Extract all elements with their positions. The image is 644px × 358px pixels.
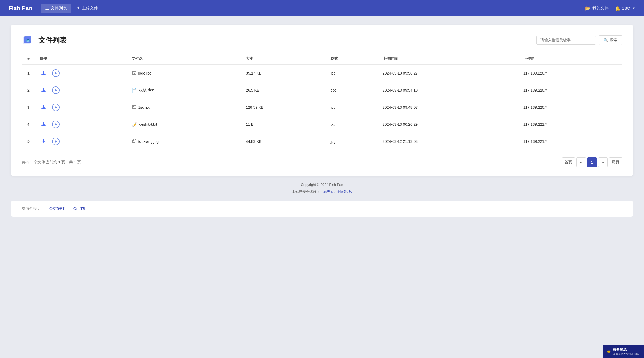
svg-marker-6: [55, 106, 57, 109]
table-row: 3 |: [22, 99, 622, 116]
cell-size: 44.83 KB: [241, 133, 326, 150]
pagination: 首页 « 1 » 尾页: [562, 157, 622, 167]
bell-icon: 🔔: [615, 6, 620, 11]
download-icon: [41, 139, 46, 144]
cell-index: 4: [22, 116, 35, 133]
svg-marker-8: [55, 140, 57, 143]
cell-index: 3: [22, 99, 35, 116]
cell-action: |: [35, 116, 127, 133]
cell-filename: 🖼 logo.jpg: [127, 65, 241, 82]
site-footer: Copyright © 2024 Fish Pan 本站已安全运行： 108天1…: [11, 176, 633, 198]
app-logo-icon: 🐟: [22, 34, 35, 47]
detail-button[interactable]: [52, 138, 60, 145]
card-title-area: 🐟 文件列表: [22, 34, 67, 47]
col-format: 格式: [326, 53, 378, 65]
upload-icon: ⬆: [77, 6, 80, 11]
page-first-button[interactable]: 首页: [562, 157, 575, 167]
play-icon: [54, 122, 58, 126]
download-button[interactable]: [40, 137, 48, 146]
svg-marker-4: [55, 72, 57, 75]
nav-my-files[interactable]: 📂 我的文件: [585, 5, 609, 11]
table-header-row: # 操作 文件名 大小 格式 上传时间 上传IP: [22, 53, 622, 65]
chevron-down-icon: ▼: [632, 7, 635, 10]
navbar: Fish Pan ☰ 文件列表 ⬆ 上传文件 📂 我的文件 🔔 1SO ▼: [0, 0, 644, 16]
cell-upload-ip: 117.139.221.*: [519, 116, 622, 133]
action-divider: |: [49, 88, 50, 93]
play-icon: [54, 105, 58, 109]
page-title: 文件列表: [38, 36, 67, 45]
download-icon: [41, 122, 46, 127]
table-footer: 共有 5 个文件 当前第 1 页，共 1 页 首页 « 1 » 尾页: [22, 157, 622, 167]
nav-my-files-label: 我的文件: [592, 6, 609, 11]
link-onetb[interactable]: OneTB: [73, 207, 85, 211]
file-type-icon: 🖼: [132, 105, 136, 110]
cell-filename: 📄 模板.doc: [127, 82, 241, 99]
detail-button[interactable]: [52, 69, 60, 77]
cell-format: jpg: [326, 99, 378, 116]
svg-marker-5: [55, 89, 57, 92]
nav-user-label: 1SO: [622, 6, 630, 11]
badge-logo-icon: ◈: [607, 349, 610, 354]
cell-upload-time: 2024-03-12 21:13:03: [378, 133, 519, 150]
list-icon: ☰: [45, 6, 49, 11]
page-last-button[interactable]: 尾页: [609, 157, 622, 167]
file-type-icon: 🖼: [132, 71, 136, 76]
cell-filename: 📝 ceshitxt.txt: [127, 116, 241, 133]
link-gpt[interactable]: 公益GPT: [49, 206, 65, 211]
detail-button[interactable]: [52, 104, 60, 111]
file-type-icon: 📝: [132, 122, 137, 127]
cell-format: txt: [326, 116, 378, 133]
detail-button[interactable]: [52, 86, 60, 94]
page-prev-button[interactable]: «: [576, 157, 586, 167]
cell-upload-ip: 117.139.220.*: [519, 65, 622, 82]
detail-button[interactable]: [52, 121, 60, 128]
nav-upload-label: 上传文件: [82, 6, 98, 11]
cell-format: jpg: [326, 65, 378, 82]
bottom-badge: ◈ 撸撸资源 白嫖互联网资源的网站: [603, 345, 644, 358]
col-filename: 文件名: [127, 53, 241, 65]
search-button[interactable]: 🔍 搜索: [599, 35, 622, 45]
nav-file-list[interactable]: ☰ 文件列表: [41, 4, 71, 13]
app-brand[interactable]: Fish Pan: [9, 5, 32, 11]
download-button[interactable]: [40, 120, 48, 128]
card-header: 🐟 文件列表 🔍 搜索: [22, 34, 622, 47]
play-icon: [54, 88, 58, 92]
nav-file-list-label: 文件列表: [51, 6, 67, 11]
cell-upload-ip: 117.139.220.*: [519, 82, 622, 99]
col-action: 操作: [35, 53, 127, 65]
search-input[interactable]: [536, 36, 596, 45]
card-icon: 🐟: [22, 34, 35, 47]
page-current-button[interactable]: 1: [587, 157, 597, 167]
page-next-button[interactable]: »: [598, 157, 608, 167]
download-button[interactable]: [40, 69, 48, 77]
svg-text:🐟: 🐟: [25, 38, 31, 43]
links-section: 友情链接： 公益GPT OneTB: [11, 201, 633, 217]
col-upload-ip: 上传IP: [519, 53, 622, 65]
download-button[interactable]: [40, 86, 48, 94]
links-label: 友情链接：: [22, 206, 41, 211]
filename-text: logo.jpg: [138, 71, 151, 75]
col-index: #: [22, 53, 35, 65]
main-content: 🐟 文件列表 🔍 搜索 # 操作 文件名 大小: [0, 16, 644, 225]
file-type-icon: 🖼: [132, 139, 136, 144]
cell-upload-ip: 117.139.220.*: [519, 99, 622, 116]
table-row: 4 |: [22, 116, 622, 133]
cell-index: 5: [22, 133, 35, 150]
copyright-text: Copyright © 2024 Fish Pan: [11, 181, 633, 188]
cell-filename: 🖼 1so.jpg: [127, 99, 241, 116]
cell-size: 126.59 KB: [241, 99, 326, 116]
action-divider: |: [49, 105, 50, 110]
cell-action: |: [35, 99, 127, 116]
cell-size: 26.5 KB: [241, 82, 326, 99]
nav-user[interactable]: 🔔 1SO ▼: [615, 6, 635, 11]
col-size: 大小: [241, 53, 326, 65]
cell-size: 35.17 KB: [241, 65, 326, 82]
cell-index: 1: [22, 65, 35, 82]
cell-upload-time: 2024-03-13 09:48:07: [378, 99, 519, 116]
pagination-info: 共有 5 个文件 当前第 1 页，共 1 页: [22, 160, 81, 165]
files-table: # 操作 文件名 大小 格式 上传时间 上传IP 1: [22, 53, 622, 150]
download-button[interactable]: [40, 103, 48, 111]
nav-upload[interactable]: ⬆ 上传文件: [72, 4, 102, 13]
table-row: 1 |: [22, 65, 622, 82]
cell-upload-time: 2024-03-13 09:54:10: [378, 82, 519, 99]
